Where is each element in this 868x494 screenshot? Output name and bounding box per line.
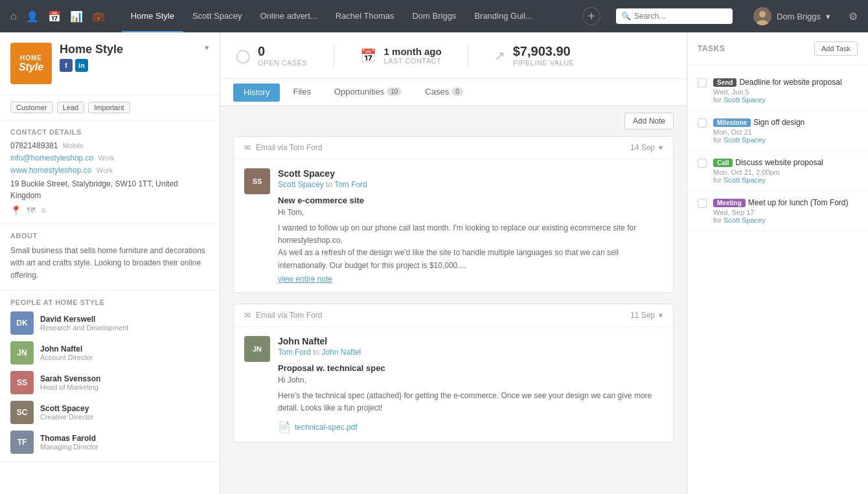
facebook-icon[interactable]: f <box>60 59 73 72</box>
website-link[interactable]: www.homestyleshop.co <box>10 166 91 175</box>
content-tab-history[interactable]: History <box>233 84 280 102</box>
analytics-icon[interactable]: 📊 <box>70 10 83 23</box>
tag-important[interactable]: Important <box>88 102 130 113</box>
briefcase-icon[interactable]: 💼 <box>92 10 105 23</box>
stats-bar: ◯ 0 OPEN CASES 📅 1 month ago LAST CONTAC… <box>220 32 687 79</box>
about-section: ABOUT Small business that sells home fur… <box>0 224 220 291</box>
task-type-badge: Milestone <box>713 118 751 127</box>
task-person-link[interactable]: Scott Spacey <box>724 216 766 224</box>
add-note-bar: Add Note <box>220 106 687 136</box>
map-icon[interactable]: 🗺 <box>27 205 36 216</box>
tag-customer[interactable]: Customer <box>10 102 53 113</box>
nav-tab-online-advert...[interactable]: Online advert... <box>251 0 326 32</box>
person-title: Managing Director <box>40 443 98 451</box>
nav-tab-rachel-thomas[interactable]: Rachel Thomas <box>326 0 404 32</box>
nav-user-name: Dom Briggs <box>777 12 821 21</box>
attachment-link[interactable]: technical-spec.pdf <box>295 423 358 432</box>
activity-feed: ✉Email via Tom Ford14 Sep▾SSScott Spacey… <box>220 136 687 466</box>
to-link[interactable]: Tom Ford <box>334 180 367 189</box>
people-section: PEOPLE AT HOME STYLE DKDavid KerswellRes… <box>0 291 220 462</box>
avatar: JN <box>10 341 34 365</box>
add-task-button[interactable]: Add Task <box>814 41 858 56</box>
content-tab-opportunities[interactable]: Opportunities10 <box>324 79 412 106</box>
person-name[interactable]: Scott Spacey <box>40 404 94 413</box>
search-input[interactable] <box>616 8 733 24</box>
last-contact-value: 1 month ago <box>384 46 442 57</box>
nav-user[interactable]: Dom Briggs ▾ <box>753 7 830 25</box>
feed-date: 11 Sep <box>630 311 655 320</box>
feed-date: 14 Sep <box>630 143 655 152</box>
calendar-stat-icon: 📅 <box>360 48 376 63</box>
email-link[interactable]: info@homestyleshop.co <box>10 153 93 163</box>
add-tab-button[interactable]: + <box>582 7 600 25</box>
task-title-row: MeetingMeet up for lunch (Tom Ford) <box>713 197 858 207</box>
to-link[interactable]: John Naftel <box>321 348 361 357</box>
content-tab-cases[interactable]: Cases0 <box>415 79 473 106</box>
task-item: MeetingMeet up for lunch (Tom Ford)Wed, … <box>687 191 868 231</box>
tags-bar: CustomerLeadImportant <box>0 95 220 120</box>
tasks-header: TASKS Add Task <box>687 32 868 65</box>
nav-tab-branding-guil...[interactable]: Branding Guil... <box>465 0 542 32</box>
open-cases-label: OPEN CASES <box>258 59 308 67</box>
chevron-down-icon[interactable]: ▾ <box>205 43 209 52</box>
task-person-link[interactable]: Scott Spacey <box>724 96 766 104</box>
contacts-icon[interactable]: 👤 <box>26 10 39 23</box>
task-person-link[interactable]: Scott Spacey <box>724 176 766 184</box>
tag-lead[interactable]: Lead <box>57 102 84 113</box>
person-name[interactable]: John Naftel <box>40 344 93 354</box>
company-info: Home Style f in <box>60 43 209 72</box>
task-title-row: SendDeadline for website proposal <box>713 77 858 87</box>
chevron-down-icon[interactable]: ▾ <box>659 143 663 152</box>
from-link[interactable]: Tom Ford <box>278 348 311 357</box>
task-checkbox[interactable] <box>698 199 707 208</box>
person-row: TFThomas FaroldManaging Director <box>10 431 209 454</box>
avatar: TF <box>10 431 34 454</box>
task-date: Wed, Sep 17 <box>713 208 858 216</box>
last-contact-label: LAST CONTACT <box>384 57 442 65</box>
feed-from-to: Tom Ford to John Naftel <box>278 348 663 357</box>
task-content: MilestoneSign off designMon, Oct 21for S… <box>713 117 858 144</box>
task-description: Sign off design <box>753 118 805 127</box>
person-title: Account Director <box>40 354 93 361</box>
nav-tab-dom-briggs[interactable]: Dom Briggs <box>403 0 465 32</box>
view-entire-note-link[interactable]: view entire note <box>278 275 663 284</box>
nav-tabs: Home StyleScott SpaceyOnline advert...Ra… <box>122 0 567 32</box>
calendar-icon[interactable]: 📅 <box>48 10 61 23</box>
task-checkbox[interactable] <box>698 118 707 128</box>
location-icon[interactable]: 📍 <box>10 205 21 216</box>
settings-icon[interactable]: ⚙ <box>849 10 858 23</box>
task-date: Mon, Oct 21 <box>713 128 858 136</box>
avatar: SS <box>244 168 270 194</box>
feed-item-header: ✉Email via Tom Ford11 Sep▾ <box>234 304 673 327</box>
content-tab-files[interactable]: Files <box>282 79 321 106</box>
content-tabs: HistoryFilesOpportunities10Cases0 <box>220 79 687 106</box>
person-name[interactable]: Sarah Svensson <box>40 374 100 383</box>
open-cases-value: 0 <box>258 44 308 59</box>
main-layout: HOME Style Home Style f in ▾ CustomerLea… <box>0 32 868 494</box>
list-icon[interactable]: ≡ <box>41 205 46 216</box>
contact-details-label: CONTACT DETAILS <box>10 128 209 136</box>
last-contact-stat: 📅 1 month ago LAST CONTACT <box>360 46 442 65</box>
add-note-button[interactable]: Add Note <box>624 113 674 129</box>
home-icon[interactable]: ⌂ <box>10 10 17 22</box>
person-name[interactable]: David Kerswell <box>40 315 128 324</box>
task-checkbox[interactable] <box>698 78 707 87</box>
feed-subject: Proposal w. technical spec <box>278 363 663 373</box>
from-link[interactable]: Scott Spacey <box>278 180 324 189</box>
chevron-down-icon[interactable]: ▾ <box>659 311 663 320</box>
nav-icons: ⌂ 👤 📅 📊 💼 <box>10 10 105 23</box>
people-label: PEOPLE AT HOME STYLE <box>10 298 209 306</box>
company-header: HOME Style Home Style f in ▾ <box>0 32 220 95</box>
task-checkbox[interactable] <box>698 159 707 168</box>
task-type-badge: Call <box>713 159 733 167</box>
task-for: for Scott Spacey <box>713 176 858 184</box>
linkedin-icon[interactable]: in <box>75 59 88 72</box>
person-name[interactable]: Thomas Farold <box>40 434 98 443</box>
person-title: Head of Marketing <box>40 383 100 391</box>
task-person-link[interactable]: Scott Spacey <box>724 136 766 144</box>
nav-tab-scott-spacey[interactable]: Scott Spacey <box>183 0 251 32</box>
contact-details-section: CONTACT DETAILS 07821489381 Mobile info@… <box>0 120 220 224</box>
task-for: for Scott Spacey <box>713 216 858 224</box>
nav-tab-home-style[interactable]: Home Style <box>122 0 183 32</box>
avatar: DK <box>10 311 34 335</box>
